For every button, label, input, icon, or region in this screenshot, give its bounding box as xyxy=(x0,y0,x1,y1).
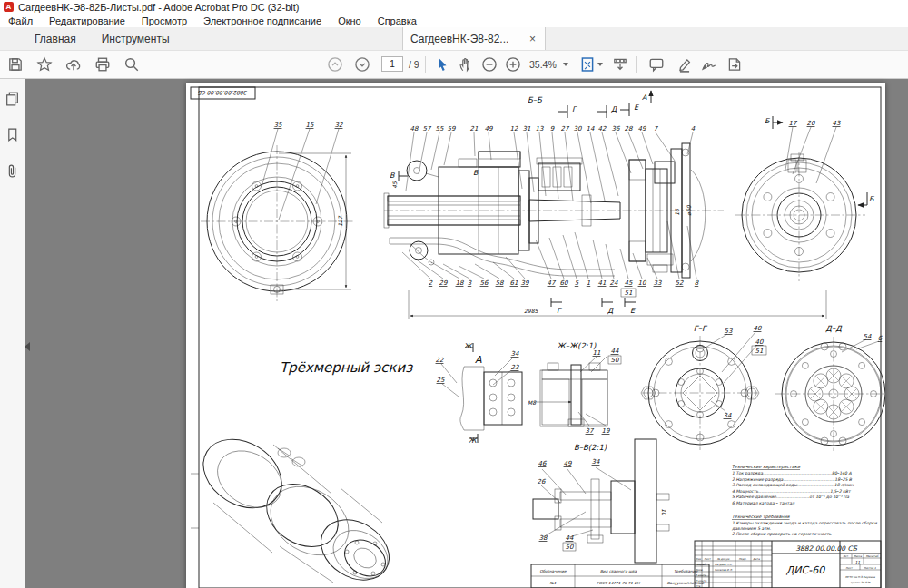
svg-text:Разраб.: Разраб. xyxy=(696,563,706,566)
tab-home[interactable]: Главная xyxy=(22,33,89,45)
svg-text:27: 27 xyxy=(561,125,570,132)
tab-bar: Главная Инструменты СагдеевНК-Э8-82... × xyxy=(0,27,908,51)
main-section-view: Б–Б xyxy=(384,91,826,319)
toolbar-divider xyxy=(636,56,637,73)
select-tool-icon[interactable] xyxy=(434,56,450,73)
view-marker: Ж xyxy=(464,342,473,350)
zoom-out-icon[interactable] xyxy=(481,56,498,73)
previous-page-icon[interactable] xyxy=(327,56,343,73)
svg-text:43: 43 xyxy=(833,120,841,127)
page-turn-icon[interactable] xyxy=(726,56,743,73)
next-page-icon[interactable] xyxy=(354,56,370,73)
page-number-input[interactable] xyxy=(381,56,403,72)
menu-esign[interactable]: Электронное подписание xyxy=(195,15,330,26)
section-zh: Ж–Ж(2:1) 11 44 50 37 19 М8 xyxy=(528,341,621,435)
acrobat-app-icon: A xyxy=(4,2,14,12)
menu-view[interactable]: Просмотр xyxy=(133,15,195,26)
fit-page-icon[interactable] xyxy=(579,56,596,73)
star-icon[interactable] xyxy=(36,56,53,73)
svg-text:51: 51 xyxy=(625,289,633,297)
tab-tools[interactable]: Инструменты xyxy=(89,33,183,45)
svg-text:44: 44 xyxy=(566,534,574,542)
document-canvas[interactable]: 3882.00.00.00 СБ 35 15 32 127 Б–Б xyxy=(25,79,908,588)
svg-text:В: В xyxy=(473,169,479,177)
menu-edit[interactable]: Редактирование xyxy=(41,15,133,26)
highlight-icon[interactable] xyxy=(676,56,693,73)
svg-text:ДИС-60: ДИС-60 xyxy=(786,564,825,576)
svg-text:45: 45 xyxy=(391,181,398,189)
svg-text:28: 28 xyxy=(625,125,633,132)
menu-help[interactable]: Справка xyxy=(370,15,425,26)
svg-text:34: 34 xyxy=(592,458,600,466)
svg-text:Утв.: Утв. xyxy=(696,584,701,588)
section-label: А xyxy=(475,354,482,366)
svg-text:40: 40 xyxy=(754,325,762,332)
svg-text:Вид сварного шва: Вид сварного шва xyxy=(600,569,637,573)
svg-text:33: 33 xyxy=(654,279,662,287)
scroll-mode-icon[interactable] xyxy=(612,56,628,73)
svg-text:Пров.: Пров. xyxy=(696,568,703,572)
svg-text:№1: №1 xyxy=(549,581,556,585)
callout: 35 xyxy=(274,122,282,129)
weld-table: Обозначение Вид сварного шва Требования … xyxy=(531,564,709,588)
title-block: Изм Лист № докум. Подп. Дата Разраб. Про… xyxy=(695,541,881,588)
svg-text:Н.контр.: Н.контр. xyxy=(696,579,707,583)
svg-text:Лист: Лист xyxy=(845,566,853,570)
fit-page-caret-icon[interactable] xyxy=(597,63,603,66)
menu-window[interactable]: Окно xyxy=(330,15,370,26)
view-marker: Б xyxy=(869,195,874,203)
zoom-level-value[interactable]: 35.4% xyxy=(529,59,557,70)
svg-text:7: 7 xyxy=(654,125,659,132)
svg-text:⌀60: ⌀60 xyxy=(686,204,692,215)
attachments-icon[interactable] xyxy=(4,162,21,180)
svg-text:11: 11 xyxy=(593,349,601,357)
zoom-in-icon[interactable] xyxy=(505,56,521,73)
section-label: Д–Д xyxy=(825,324,843,333)
svg-text:В: В xyxy=(390,172,395,180)
svg-text:Киселев И.Л.: Киселев И.Л. xyxy=(715,568,733,572)
comment-icon[interactable] xyxy=(648,56,665,73)
bottom-callouts: 2 29 18 3 56 58 61 39 47 60 5 1 41 24 45… xyxy=(429,279,699,297)
save-icon[interactable] xyxy=(7,56,24,73)
svg-text:45: 45 xyxy=(625,279,633,287)
svg-text:58: 58 xyxy=(496,279,504,287)
share-icon[interactable] xyxy=(65,56,82,73)
svg-text:30: 30 xyxy=(574,125,582,132)
svg-text:давлением 5 атм.: давлением 5 атм. xyxy=(732,526,772,531)
zoom-caret-icon[interactable] xyxy=(563,63,568,66)
svg-text:Технические характеристики: Технические характеристики xyxy=(732,465,801,469)
callout: 32 xyxy=(335,122,343,129)
svg-text:6 Материал катода – тантал: 6 Материал катода – тантал xyxy=(732,501,795,505)
svg-text:5: 5 xyxy=(575,279,579,287)
section-dd: Д–Д 54 6 xyxy=(775,324,885,451)
svg-text:36: 36 xyxy=(612,125,620,132)
stamp-text: 3882.00.00.00 СБ xyxy=(198,90,248,96)
hand-tool-icon[interactable] xyxy=(457,56,473,73)
svg-text:24: 24 xyxy=(610,279,618,287)
menu-file[interactable]: Файл xyxy=(0,15,41,26)
bookmarks-icon[interactable] xyxy=(4,126,21,143)
svg-text:№ докум.: № докум. xyxy=(717,557,730,561)
svg-text:23: 23 xyxy=(511,364,519,371)
svg-text:59: 59 xyxy=(448,125,456,132)
sign-icon[interactable] xyxy=(701,56,717,73)
close-icon[interactable]: × xyxy=(528,33,538,45)
svg-text:10: 10 xyxy=(638,279,646,287)
svg-text:34: 34 xyxy=(511,350,519,358)
search-icon[interactable] xyxy=(123,56,140,73)
tab-document[interactable]: СагдеевНК-Э8-82... × xyxy=(402,27,546,50)
dimension-label: 127 xyxy=(337,215,343,227)
svg-text:60: 60 xyxy=(560,279,568,287)
page-thumbnails-icon[interactable] xyxy=(4,90,21,107)
panel-collapse-arrow-icon[interactable] xyxy=(25,342,30,351)
svg-text:47: 47 xyxy=(548,279,557,287)
print-icon[interactable] xyxy=(94,56,111,73)
svg-text:Масса: Масса xyxy=(854,554,862,558)
svg-text:Листов 1: Листов 1 xyxy=(864,566,876,570)
callout: 15 xyxy=(306,122,314,129)
svg-text:Лит.: Лит. xyxy=(843,554,849,558)
svg-text:46: 46 xyxy=(538,460,547,467)
svg-text:52: 52 xyxy=(676,279,684,287)
svg-text:21: 21 xyxy=(470,125,479,132)
svg-text:1: 1 xyxy=(587,279,590,287)
